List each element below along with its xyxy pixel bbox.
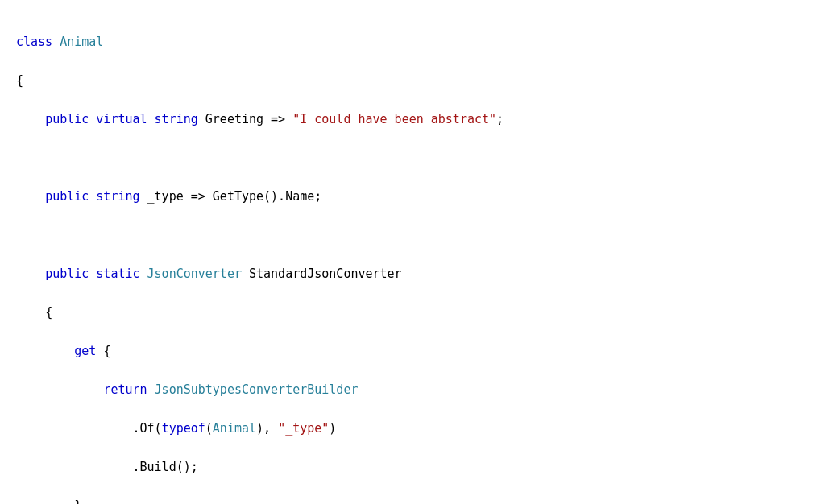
classname-jsonsubtypes: JsonSubtypesConverterBuilder: [155, 382, 359, 397]
keyword-public-2: public: [45, 189, 89, 204]
keyword-get: get: [74, 344, 96, 358]
code-line-6: [16, 225, 809, 245]
prop-type: _type => GetType().Name;: [147, 189, 322, 204]
code-line-3: public virtual string Greeting => "I cou…: [16, 109, 809, 129]
semicolon-1: ;: [496, 112, 504, 126]
code-line-7: public static JsonConverter StandardJson…: [16, 264, 809, 283]
keyword-public-1: public: [45, 112, 89, 126]
code-line-1: class Animal: [16, 32, 809, 52]
keyword-string-1: string: [155, 112, 198, 126]
brace-open-3: {: [103, 344, 110, 358]
code-display: class Animal { public virtual string Gre…: [16, 13, 809, 504]
classname-animal-2: Animal: [213, 421, 256, 436]
string-literal-2: "_type": [278, 421, 329, 436]
code-line-11: .Of(typeof(Animal), "_type"): [16, 419, 809, 438]
keyword-public-3: public: [45, 266, 89, 281]
classname-animal: Animal: [60, 35, 103, 49]
code-line-13: }: [16, 496, 809, 504]
brace-open-2: {: [45, 305, 52, 320]
brace-close-1: }: [74, 498, 81, 504]
brace-open: {: [16, 73, 23, 88]
string-literal-1: "I could have been abstract": [292, 112, 496, 126]
prop-standardjsonconverter: StandardJsonConverter: [249, 266, 402, 281]
keyword-return: return: [103, 382, 147, 397]
keyword-virtual: virtual: [96, 112, 147, 126]
code-line-8: {: [16, 303, 809, 322]
code-line-12: .Build();: [16, 457, 809, 477]
code-line-9: get {: [16, 341, 809, 361]
classname-jsonconverter: JsonConverter: [147, 266, 242, 281]
keyword-static: static: [96, 266, 139, 281]
keyword-typeof: typeof: [162, 421, 205, 436]
prop-greeting-1: Greeting =>: [205, 112, 292, 126]
code-line-10: return JsonSubtypesConverterBuilder: [16, 380, 809, 399]
keyword-class: class: [16, 35, 52, 49]
code-line-4: [16, 148, 809, 167]
keyword-string-2: string: [96, 189, 139, 204]
code-line-2: {: [16, 71, 809, 90]
code-line-5: public string _type => GetType().Name;: [16, 187, 809, 206]
